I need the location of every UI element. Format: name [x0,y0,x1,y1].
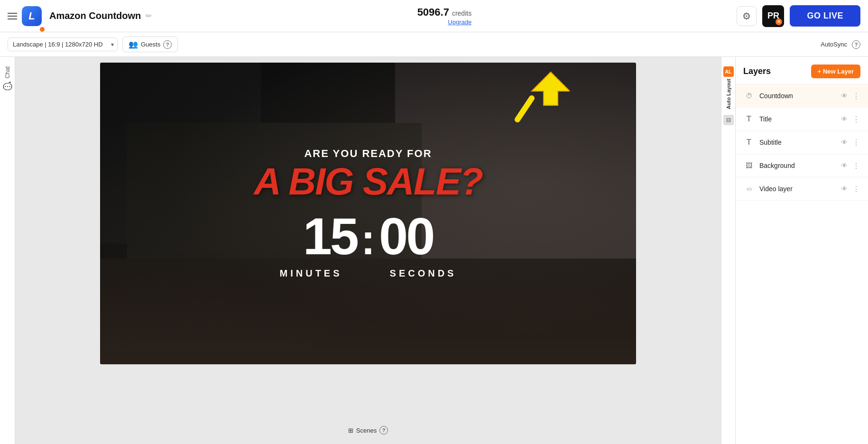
svg-line-1 [517,98,532,120]
layer-eye-title[interactable]: 👁 [841,115,848,123]
toolbar-row: Landscape | 16:9 | 1280x720 HD 👥 Guests … [0,32,868,57]
auto-layout-icon: AL [723,66,734,77]
scene-countdown: 15 : 00 [303,210,434,262]
layer-name-video: Video layer [759,185,836,193]
countdown-colon: : [361,218,375,261]
video-layer-icon: ▭ [743,183,755,194]
autosync-label: AutoSync [821,41,847,48]
scenes-label: Scenes [356,427,377,434]
guests-label: Guests [141,41,160,48]
layer-item-video[interactable]: ▭ Video layer 👁 ⋮ [736,177,868,201]
layer-name-title: Title [759,115,836,123]
layer-menu-title[interactable]: ⋮ [852,115,860,124]
minutes-label: MINUTES [280,268,342,279]
layer-menu-video[interactable]: ⋮ [852,185,860,194]
resolution-wrapper: Landscape | 16:9 | 1280x720 HD [8,37,118,51]
credits-section: 5096.7 credits Upgrade [417,6,472,26]
pr-r-badge: R [776,18,782,25]
new-layer-button[interactable]: + New Layer [811,65,860,78]
logo-icon: L [22,6,42,26]
go-live-button[interactable]: GO LIVE [790,5,860,27]
settings-button[interactable]: ⚙ [737,6,757,26]
subtitle-layer-icon: T [743,137,755,148]
layer-item-title[interactable]: T Title 👁 ⋮ [736,108,868,131]
countdown-minutes: 15 [303,210,357,262]
title-layer-icon: T [743,113,755,125]
right-panel: Layers + New Layer ⏱ Countdown 👁 ⋮ T Tit… [735,57,868,444]
nav-right: ⚙ PR R GO LIVE [737,5,860,27]
canvas-wrapper[interactable]: ARE YOU READY FOR A BIG SALE? 15 : 00 MI… [100,63,636,364]
nav-left: L Amazon Countdown ✏ [8,6,152,26]
layers-panel-header: Layers + New Layer [736,57,868,84]
layer-eye-background[interactable]: 👁 [841,162,848,169]
edit-title-icon[interactable]: ✏ [146,11,152,20]
auto-layout-label[interactable]: Auto Layout [726,79,731,109]
background-layer-icon: 🖼 [743,160,755,171]
layer-menu-countdown[interactable]: ⋮ [852,92,860,101]
guests-help-icon[interactable]: ? [163,40,172,49]
countdown-layer-icon: ⏱ [743,90,755,102]
logo-dot [40,27,45,32]
hamburger-menu[interactable] [8,13,17,19]
chat-sidebar-label[interactable]: 💬 Chat [3,66,12,91]
scene-subtitle: ARE YOU READY FOR [304,148,432,160]
main-area: 💬 Chat ARE YOU READY FOR A BIG SALE? 15 [0,57,868,444]
layer-menu-subtitle[interactable]: ⋮ [852,138,860,147]
guests-icon: 👥 [129,40,138,49]
resolution-select[interactable]: Landscape | 16:9 | 1280x720 HD [8,37,118,51]
layer-item-subtitle[interactable]: T Subtitle 👁 ⋮ [736,131,868,154]
scenes-bar: ⊞ Scenes ? [348,422,388,438]
arrow-annotation [513,67,570,124]
logo-wrapper: L [22,6,45,26]
layer-name-countdown: Countdown [759,92,836,100]
autosync-help-icon[interactable]: ? [852,40,860,49]
svg-marker-0 [532,72,570,105]
layers-title: Layers [743,66,771,76]
layers-list: ⏱ Countdown 👁 ⋮ T Title 👁 ⋮ T Subtitle 👁… [736,84,868,201]
scene-title: A BIG SALE? [254,163,482,201]
credits-label: credits [452,9,471,17]
layer-item-background[interactable]: 🖼 Background 👁 ⋮ [736,154,868,177]
chat-sidebar: 💬 Chat [0,57,15,444]
countdown-labels: MINUTES SECONDS [280,268,457,279]
toolbar-right: AutoSync ? [821,40,860,49]
layer-eye-video[interactable]: 👁 [841,185,848,193]
top-nav: L Amazon Countdown ✏ 5096.7 credits Upgr… [0,0,868,32]
upgrade-link[interactable]: Upgrade [448,18,471,26]
seconds-label: SECONDS [390,268,457,279]
scenes-button[interactable]: ⊞ Scenes ? [348,426,388,435]
scenes-icon: ⊞ [348,427,353,434]
toolbar-left: Landscape | 16:9 | 1280x720 HD 👥 Guests … [8,37,178,52]
countdown-seconds: 00 [379,210,433,262]
auto-layout-sidebar: AL Auto Layout ⊟ [721,57,735,444]
layer-menu-background[interactable]: ⋮ [852,161,860,170]
credits-amount: 5096.7 [417,6,449,18]
layer-item-countdown[interactable]: ⏱ Countdown 👁 ⋮ [736,84,868,108]
layer-eye-subtitle[interactable]: 👁 [841,139,848,146]
scenes-help-icon[interactable]: ? [379,426,388,435]
layer-name-background: Background [759,162,836,169]
canvas-area: ARE YOU READY FOR A BIG SALE? 15 : 00 MI… [15,57,721,444]
guests-button[interactable]: 👥 Guests ? [122,37,178,52]
pr-badge[interactable]: PR R [762,5,784,27]
layer-eye-countdown[interactable]: 👁 [841,92,848,100]
layer-name-subtitle: Subtitle [759,139,836,146]
app-title: Amazon Countdown [49,10,141,21]
gear-icon: ⚙ [742,10,751,22]
auto-layout-grid-icon[interactable]: ⊟ [723,115,734,125]
